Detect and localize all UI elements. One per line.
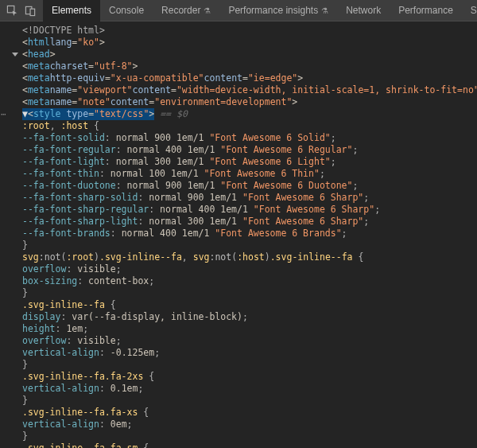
css-string: "Font Awesome 6 Light" bbox=[209, 156, 330, 168]
css-value: 0em bbox=[111, 419, 127, 430]
meta-tag[interactable]: meta bbox=[28, 84, 50, 96]
css-selector: .svg-inline--fa bbox=[22, 299, 105, 311]
attr-value: "ko" bbox=[77, 37, 99, 49]
brace: } bbox=[22, 430, 28, 442]
css-prop: --fa-font-sharp-light bbox=[22, 216, 138, 228]
attr-value: "width=device-width, initial-scale=1, sh… bbox=[176, 84, 477, 96]
css-value: 1em bbox=[66, 323, 83, 335]
devtools-tabbar: Elements Console Recorder⚗ Performance i… bbox=[0, 0, 477, 21]
head-tag[interactable]: head bbox=[28, 49, 50, 60]
brace: { bbox=[88, 120, 99, 132]
css-value: normal 900 1em/1 bbox=[127, 180, 221, 192]
tab-label: Performance bbox=[398, 5, 453, 16]
tab-elements[interactable]: Elements bbox=[43, 0, 100, 21]
attr: name bbox=[50, 96, 72, 108]
style-tag[interactable]: style bbox=[33, 108, 61, 119]
css-string: "Font Awesome 6 Regular" bbox=[220, 144, 352, 156]
css-prop: --fa-font-duotone bbox=[22, 180, 116, 192]
css-value: -0.125em bbox=[111, 347, 154, 359]
css-string: "Font Awesome 6 Sharp" bbox=[242, 216, 363, 228]
html-tag[interactable]: html bbox=[28, 37, 50, 49]
css-value: normal 100 1em/1 bbox=[111, 168, 204, 180]
css-string: "Font Awesome 6 Sharp" bbox=[242, 192, 363, 204]
tab-network[interactable]: Network bbox=[337, 0, 390, 21]
css-prop: --fa-font-solid bbox=[22, 132, 105, 144]
css-prop: --fa-font-brands bbox=[22, 228, 111, 240]
css-string: "Font Awesome 6 Thin" bbox=[204, 168, 320, 180]
css-value: var(--fa-display, inline-block) bbox=[72, 311, 242, 323]
tab-console[interactable]: Console bbox=[100, 0, 153, 21]
css-prop: vertical-align bbox=[22, 419, 99, 430]
tab-sources[interactable]: Source bbox=[462, 0, 477, 21]
css-prop: vertical-align bbox=[22, 347, 99, 359]
css-prop: vertical-align bbox=[22, 383, 99, 395]
attr: content bbox=[111, 96, 149, 108]
css-value: content-box bbox=[88, 275, 149, 287]
css-string: "Font Awesome 6 Solid" bbox=[209, 132, 330, 144]
css-value: normal 400 1em/1 bbox=[127, 144, 221, 156]
flask-icon: ⚗ bbox=[204, 6, 211, 15]
brace: } bbox=[22, 240, 28, 251]
attr: type bbox=[66, 108, 88, 119]
attr: charset bbox=[50, 60, 88, 72]
css-prop: display bbox=[22, 311, 60, 323]
tab-label: Recorder bbox=[161, 5, 200, 16]
meta-tag[interactable]: meta bbox=[28, 60, 50, 72]
css-value: normal 400 1em/1 bbox=[122, 228, 215, 240]
expand-arrow-icon[interactable] bbox=[11, 49, 22, 60]
flask-icon: ⚗ bbox=[321, 6, 328, 15]
css-selector: :host bbox=[60, 120, 88, 132]
tab-performance-insights[interactable]: Performance insights⚗ bbox=[219, 0, 337, 21]
brace: } bbox=[22, 395, 28, 407]
attr: http-equiv bbox=[50, 72, 105, 84]
selected-node-badge: == $0 bbox=[154, 108, 188, 120]
css-prop: overflow bbox=[22, 263, 66, 275]
css-selector: :root bbox=[22, 120, 50, 132]
css-string: "Font Awesome 6 Brands" bbox=[215, 228, 341, 240]
css-value: 0.1em bbox=[111, 383, 138, 395]
attr: name bbox=[50, 84, 72, 96]
svg-rect-2 bbox=[30, 9, 35, 15]
attr-value: "viewport" bbox=[77, 84, 132, 96]
css-prop: --fa-font-light bbox=[22, 156, 105, 168]
attr-value: "environment=development" bbox=[154, 96, 292, 108]
css-prop: --fa-font-thin bbox=[22, 168, 99, 180]
css-prop: --fa-font-sharp-solid bbox=[22, 192, 138, 204]
css-value: normal 300 1em/1 bbox=[116, 156, 210, 168]
brace: } bbox=[22, 359, 28, 371]
css-selector: svg bbox=[22, 251, 39, 263]
elements-dom-tree[interactable]: <!DOCTYPE html> <html lang="ko"> <head> … bbox=[0, 21, 477, 448]
tab-label: Performance insights bbox=[228, 5, 318, 16]
css-string: "Font Awesome 6 Duotone" bbox=[220, 180, 352, 192]
css-value: normal 300 1em/1 bbox=[149, 216, 242, 228]
tab-label: Network bbox=[346, 5, 381, 16]
attr-value: "utf-8" bbox=[94, 60, 132, 72]
attr-value: "text/css" bbox=[94, 108, 149, 119]
css-value: normal 900 1em/1 bbox=[116, 132, 210, 144]
breakpoint-dots-icon[interactable]: ⋯ bbox=[0, 108, 11, 120]
meta-tag[interactable]: meta bbox=[28, 96, 50, 108]
css-prop: overflow bbox=[22, 335, 66, 347]
css-value: normal 400 1em/1 bbox=[160, 204, 254, 216]
css-value: visible bbox=[77, 335, 115, 347]
inspect-icon[interactable] bbox=[6, 5, 18, 17]
css-prop: --fa-font-regular bbox=[22, 144, 116, 156]
css-selector: .svg-inline--fa.fa-sm bbox=[22, 442, 138, 448]
attr-value: "x-ua-compatible" bbox=[111, 72, 204, 84]
device-toggle-icon[interactable] bbox=[25, 5, 37, 17]
css-string: "Font Awesome 6 Sharp" bbox=[254, 204, 374, 216]
css-selector: .svg-inline--fa.fa-2xs bbox=[22, 371, 143, 383]
css-value: visible bbox=[77, 263, 115, 275]
css-prop: height bbox=[22, 323, 56, 335]
attr: content bbox=[133, 84, 171, 96]
css-value: normal 900 1em/1 bbox=[149, 192, 242, 204]
doctype-node[interactable]: <!DOCTYPE html> bbox=[22, 25, 105, 37]
attr-value: "ie=edge" bbox=[248, 72, 297, 84]
tab-performance[interactable]: Performance bbox=[390, 0, 462, 21]
tab-recorder[interactable]: Recorder⚗ bbox=[153, 0, 219, 21]
tab-label: Elements bbox=[52, 5, 91, 16]
attr: lang bbox=[50, 37, 72, 49]
css-prop: --fa-font-sharp-regular bbox=[22, 204, 149, 216]
tab-label: Console bbox=[109, 5, 144, 16]
meta-tag[interactable]: meta bbox=[28, 72, 50, 84]
